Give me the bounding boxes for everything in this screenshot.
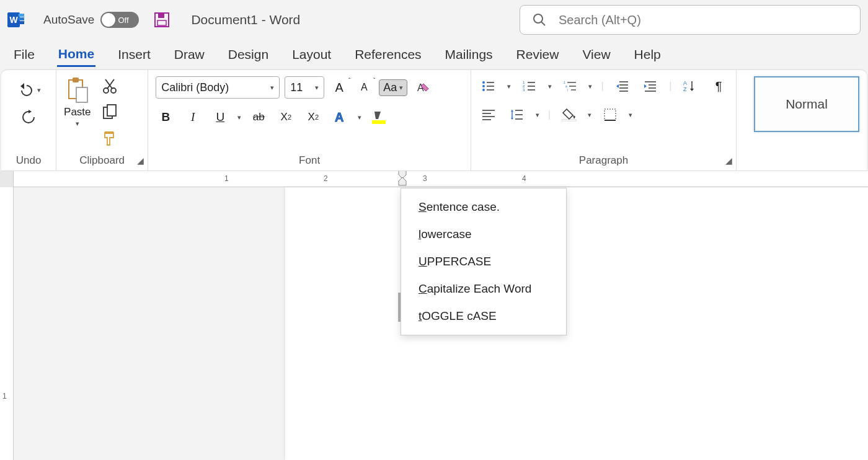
tab-home[interactable]: Home [57,43,95,67]
undo-button[interactable] [16,80,36,100]
ruler-mark: 2 [324,174,328,183]
menu-lowercase[interactable]: lowercase [401,221,566,248]
italic-button[interactable]: I [183,107,203,127]
ruler-mark: 1 [224,174,229,183]
svg-rect-4 [19,21,24,24]
svg-rect-2 [19,14,24,17]
paste-button[interactable]: Paste ▾ [64,76,91,128]
line-spacing-button[interactable] [507,105,527,125]
svg-rect-60 [562,120,577,122]
tab-help[interactable]: Help [633,43,662,66]
change-case-menu: Sentence case. lowercase UPPERCASE Capit… [401,188,567,335]
svg-rect-11 [73,77,79,82]
cut-button[interactable] [100,76,120,96]
text-effects-button[interactable]: A [330,107,350,127]
save-icon[interactable] [154,12,170,28]
underline-button[interactable]: U [210,107,230,127]
menu-capitalize-each-word[interactable]: Capitalize Each Word [401,275,566,303]
group-undo-label: Undo [9,151,48,167]
decrease-indent-button[interactable] [613,76,632,96]
chevron-down-icon[interactable]: ▾ [588,82,592,91]
menu-sentence-case[interactable]: Sentence case. [401,193,566,221]
chevron-down-icon[interactable]: ▾ [358,113,361,122]
tab-review[interactable]: Review [515,43,560,66]
bold-button[interactable]: B [156,107,175,127]
vertical-ruler[interactable]: 1 [0,187,14,460]
change-case-button[interactable]: Aa ▾ [379,79,407,96]
svg-text:A: A [335,110,343,124]
menu-uppercase[interactable]: UPPERCASE [401,248,566,275]
numbering-button[interactable]: 123 [520,76,539,96]
svg-rect-18 [107,105,116,116]
group-paragraph-label: Paragraph [479,151,728,167]
tab-view[interactable]: View [581,43,611,66]
svg-text:Z: Z [683,86,687,92]
style-normal[interactable]: Normal [754,76,859,132]
svg-point-23 [482,81,485,84]
autosave-toggle[interactable]: Off [100,12,139,28]
tab-design[interactable]: Design [227,43,270,66]
chevron-down-icon[interactable]: ▾ [629,111,632,119]
tab-draw[interactable]: Draw [173,43,206,66]
page[interactable] [285,187,868,460]
chevron-down-icon[interactable]: ▾ [588,111,591,119]
ruler-area: 1 2 3 4 [0,171,868,187]
tab-layout[interactable]: Layout [291,43,332,66]
svg-point-8 [534,14,542,23]
style-name: Normal [786,97,828,112]
search-bar[interactable] [520,5,861,35]
font-name-value: Calibri (Body) [161,81,229,94]
tab-file[interactable]: File [12,43,36,66]
chevron-down-icon[interactable]: ▾ [76,120,79,128]
strikethrough-button[interactable]: ab [249,107,268,127]
font-size-dropdown[interactable]: 11 ▾ [285,76,324,99]
menu-toggle-case[interactable]: tOGGLE cASE [401,303,566,330]
svg-text:i: i [567,88,568,92]
subscript-button[interactable]: X2 [276,107,296,127]
clipboard-launcher-icon[interactable]: ◢ [137,156,144,166]
paragraph-launcher-icon[interactable]: ◢ [725,156,732,166]
ruler-corner [0,171,14,187]
svg-point-24 [482,85,485,87]
toggle-knob [102,13,115,27]
chevron-down-icon: ▾ [315,84,319,92]
chevron-down-icon[interactable]: ▾ [507,82,511,91]
horizontal-ruler[interactable]: 1 2 3 4 [14,171,868,187]
svg-rect-7 [157,20,166,25]
chevron-down-icon[interactable]: ▾ [237,113,241,122]
chevron-down-icon[interactable]: ▾ [548,82,552,91]
bullets-button[interactable] [479,76,498,96]
clear-formatting-button[interactable]: A [412,77,432,97]
superscript-button[interactable]: X2 [303,107,323,127]
ruler-mark: 3 [423,174,427,183]
tab-mailings[interactable]: Mailings [444,43,494,66]
title-bar: W AutoSave Off Document1 - Word [0,0,868,40]
borders-button[interactable] [600,105,620,125]
format-painter-button[interactable] [100,128,120,148]
redo-button[interactable] [19,107,38,127]
indent-marker-icon[interactable] [398,171,407,186]
paste-label: Paste [64,106,91,118]
show-marks-button[interactable]: ¶ [709,76,728,96]
ribbon-tabs: File Home Insert Draw Design Layout Refe… [0,40,868,69]
highlight-button[interactable] [369,107,389,127]
multilevel-list-button[interactable]: 1ai [560,76,580,96]
autosave-label: AutoSave [43,13,94,27]
sort-button[interactable]: AZ [680,76,700,96]
svg-text:A: A [683,80,687,86]
tab-references[interactable]: References [353,43,422,66]
font-name-dropdown[interactable]: Calibri (Body) ▾ [156,76,280,99]
copy-button[interactable] [100,102,120,122]
tab-insert[interactable]: Insert [117,43,152,66]
align-left-button[interactable] [479,105,498,125]
shading-button[interactable] [559,105,579,125]
increase-indent-button[interactable] [640,76,660,96]
chevron-down-icon[interactable]: ▾ [536,111,539,119]
shrink-font-button[interactable]: Aˇ [354,77,374,97]
chevron-down-icon[interactable]: ▾ [37,86,41,94]
font-size-value: 11 [290,81,303,94]
grow-font-button[interactable]: Aˆ [329,77,349,97]
svg-rect-61 [604,109,616,120]
ribbon: ▾ Undo Paste ▾ [1,69,867,171]
search-input[interactable] [559,13,848,27]
